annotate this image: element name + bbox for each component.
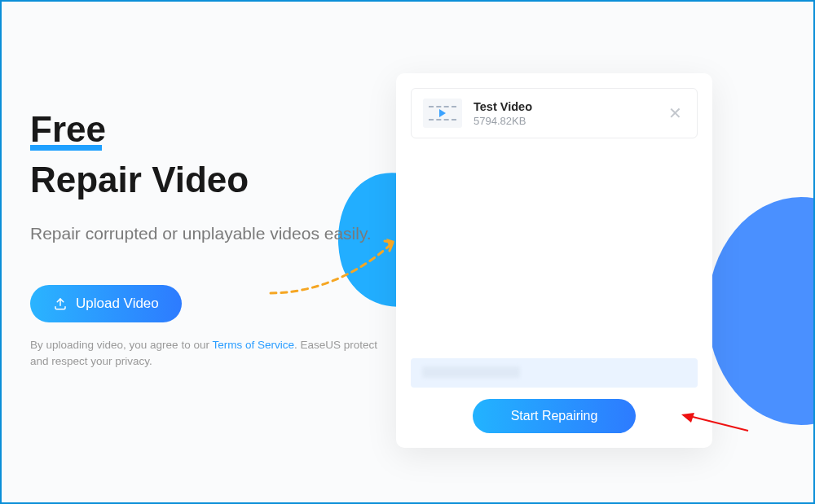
right-area: Test Video 5794.82KB ✕ Start Repairing (373, 2, 813, 502)
start-repairing-button[interactable]: Start Repairing (473, 399, 636, 433)
file-name: Test Video (474, 100, 654, 113)
terms-of-service-link[interactable]: Terms of Service (212, 339, 294, 351)
upload-video-label: Upload Video (76, 296, 159, 312)
title-repair: Repair Video (30, 162, 393, 198)
title-free: Free (30, 112, 106, 147)
terms-text: By uploading video, you agree to our Ter… (30, 337, 393, 371)
file-card: Test Video 5794.82KB ✕ (411, 88, 698, 138)
upload-panel: Test Video 5794.82KB ✕ Start Repairing (396, 73, 712, 448)
close-icon: ✕ (668, 104, 682, 122)
remove-file-button[interactable]: ✕ (665, 102, 685, 125)
email-input-blurred[interactable] (411, 358, 698, 388)
subtitle: Repair corrupted or unplayable videos ea… (30, 221, 393, 248)
upload-icon (53, 296, 68, 311)
hero-section: Free Repair Video Repair corrupted or un… (2, 2, 393, 502)
upload-video-button[interactable]: Upload Video (30, 285, 182, 322)
file-info: Test Video 5794.82KB (474, 100, 654, 127)
decorative-blob-right (707, 197, 815, 425)
video-thumbnail-icon (423, 99, 462, 128)
file-size: 5794.82KB (474, 115, 654, 127)
